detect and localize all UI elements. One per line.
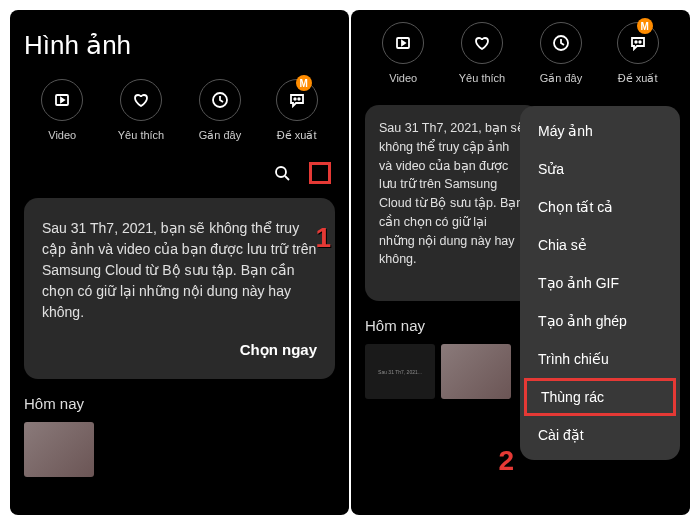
category-row: Video Yêu thích Gần đây M Đề xuất <box>24 79 335 142</box>
svg-point-2 <box>294 98 296 100</box>
menu-settings[interactable]: Cài đặt <box>520 416 680 454</box>
menu-slideshow[interactable]: Trình chiếu <box>520 340 680 378</box>
phone-screen-1: Hình ảnh Video Yêu thích Gần đây M Đề xu… <box>10 10 349 515</box>
heart-icon <box>472 33 492 53</box>
video-icon <box>393 33 413 53</box>
notice-card: Sau 31 Th7, 2021, bạn sẽ không thể truy … <box>24 198 335 379</box>
chat-icon <box>287 90 307 110</box>
section-today: Hôm nay <box>24 395 335 412</box>
category-recent[interactable]: Gần đây <box>199 79 241 142</box>
clock-icon <box>210 90 230 110</box>
video-icon <box>52 90 72 110</box>
clock-icon <box>551 33 571 53</box>
more-vertical-icon <box>318 163 322 183</box>
badge: M <box>296 75 312 91</box>
category-video[interactable]: Video <box>382 22 424 85</box>
choose-now-button[interactable]: Chọn ngay <box>42 341 317 359</box>
category-recent[interactable]: Gần đây <box>540 22 582 85</box>
svg-point-11 <box>639 41 641 43</box>
annotation-step-2: 2 <box>498 445 514 477</box>
category-favorites[interactable]: Yêu thích <box>459 22 505 85</box>
context-menu: Máy ảnh Sửa Chọn tất cả Chia sẻ Tạo ảnh … <box>520 106 680 460</box>
chat-icon <box>628 33 648 53</box>
thumbnail[interactable] <box>24 422 94 477</box>
svg-point-10 <box>635 41 637 43</box>
thumbnail[interactable] <box>441 344 511 399</box>
phone-screen-2: Video Yêu thích Gần đây M Đề xuất Máy ản… <box>351 10 690 515</box>
more-button[interactable] <box>309 162 331 184</box>
page-title: Hình ảnh <box>24 30 335 61</box>
notice-text: Sau 31 Th7, 2021, bạn sẽ không thể truy … <box>42 218 317 323</box>
menu-share[interactable]: Chia sẻ <box>520 226 680 264</box>
menu-create-gif[interactable]: Tạo ảnh GIF <box>520 264 680 302</box>
thumbnail-row <box>24 422 335 477</box>
notice-text: Sau 31 Th7, 2021, bạn sẽ không thể truy … <box>379 119 525 269</box>
search-icon <box>272 163 292 183</box>
toolbar <box>24 162 335 184</box>
search-button[interactable] <box>271 162 293 184</box>
thumbnail[interactable]: Sau 31 Th7, 2021... <box>365 344 435 399</box>
category-row: Video Yêu thích Gần đây M Đề xuất <box>365 22 676 85</box>
menu-select-all[interactable]: Chọn tất cả <box>520 188 680 226</box>
menu-trash[interactable]: Thùng rác <box>524 378 676 416</box>
category-suggestions[interactable]: M Đề xuất <box>617 22 659 85</box>
menu-create-collage[interactable]: Tạo ảnh ghép <box>520 302 680 340</box>
notice-card: Sau 31 Th7, 2021, bạn sẽ không thể truy … <box>365 105 539 301</box>
category-suggestions[interactable]: M Đề xuất <box>276 79 318 142</box>
menu-edit[interactable]: Sửa <box>520 150 680 188</box>
category-video[interactable]: Video <box>41 79 83 142</box>
badge: M <box>637 18 653 34</box>
svg-point-3 <box>298 98 300 100</box>
category-favorites[interactable]: Yêu thích <box>118 79 164 142</box>
svg-point-4 <box>276 167 286 177</box>
menu-camera[interactable]: Máy ảnh <box>520 112 680 150</box>
heart-icon <box>131 90 151 110</box>
annotation-step-1: 1 <box>315 222 331 254</box>
